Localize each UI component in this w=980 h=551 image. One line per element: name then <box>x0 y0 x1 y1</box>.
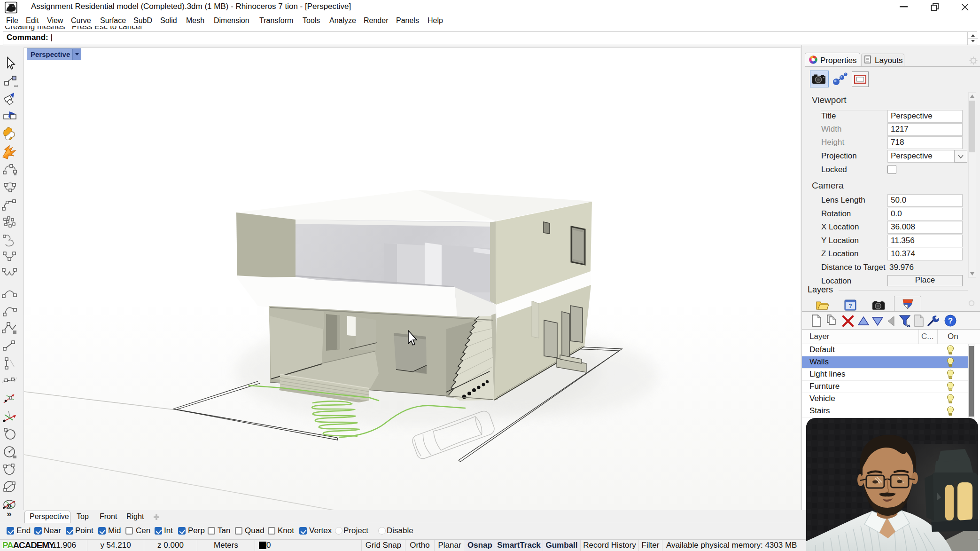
svg-text:?: ? <box>948 316 953 325</box>
svg-text:?: ? <box>848 303 852 309</box>
